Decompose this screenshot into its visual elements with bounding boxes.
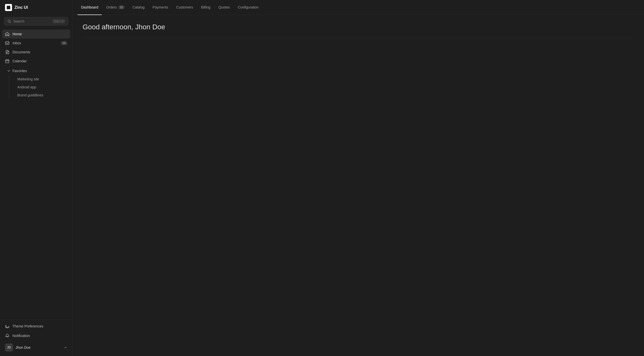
tab-orders[interactable]: Orders 32	[103, 0, 128, 15]
theme-preferences-label: Theme Preferences	[13, 324, 43, 328]
svg-rect-5	[6, 60, 9, 63]
favorite-item-marketing[interactable]: Marketing site	[14, 75, 68, 83]
svg-line-1	[10, 22, 11, 23]
page-content: Good afternoon, Jhon Doe	[73, 15, 644, 356]
favorites-items: Marketing site Android app Brand guiddli…	[9, 75, 68, 99]
user-name: Jhon Doe	[16, 345, 61, 349]
main-content: Dashboard Orders 32 Catalog Payments Cus…	[73, 0, 644, 356]
favorite-item-android[interactable]: Android app	[14, 83, 68, 91]
tab-payments[interactable]: Payments	[149, 0, 172, 15]
favorite-item-brand[interactable]: Brand guiddlines	[14, 91, 68, 99]
inbox-icon	[5, 41, 10, 45]
sidebar-item-documents[interactable]: Documents	[2, 48, 70, 57]
favorites-section: Favorites Marketing site Android app Bra…	[2, 66, 70, 100]
sidebar-bottom: Theme Preferences Notification JD Jhon D…	[0, 319, 72, 356]
tab-quotes[interactable]: Quotes	[215, 0, 233, 15]
chevron-up-icon	[64, 346, 67, 349]
moon-icon	[5, 324, 10, 328]
inbox-badge: 10	[61, 41, 67, 45]
sidebar-item-home-label: Home	[13, 32, 22, 36]
logo-icon	[5, 4, 12, 11]
divider	[83, 37, 634, 37]
search-bar[interactable]: Search Ctrl + K	[4, 17, 68, 26]
top-nav: Dashboard Orders 32 Catalog Payments Cus…	[73, 0, 644, 15]
avatar: JD	[5, 343, 13, 351]
sidebar-nav: Home Inbox 10 Docume	[0, 29, 72, 319]
theme-preferences-item[interactable]: Theme Preferences	[2, 321, 70, 331]
orders-badge: 32	[118, 5, 124, 9]
tab-dashboard[interactable]: Dashboard	[78, 0, 102, 15]
tab-billing[interactable]: Billing	[198, 0, 214, 15]
user-profile[interactable]: JD Jhon Doe	[2, 341, 70, 354]
search-icon	[7, 19, 11, 23]
documents-icon	[5, 50, 10, 54]
search-label: Search	[13, 19, 51, 23]
sidebar-item-inbox[interactable]: Inbox 10	[2, 39, 70, 48]
chevron-down-icon	[7, 69, 11, 73]
tab-catalog[interactable]: Catalog	[129, 0, 148, 15]
sidebar: Zinc UI Search Ctrl + K Home	[0, 0, 73, 356]
app-name: Zinc UI	[15, 5, 28, 10]
sidebar-item-calendar[interactable]: Calendar	[2, 57, 70, 66]
sidebar-item-inbox-label: Inbox	[13, 41, 21, 45]
sidebar-item-calendar-label: Calendar	[13, 59, 27, 63]
bell-icon	[5, 333, 10, 338]
page-greeting: Good afternoon, Jhon Doe	[83, 23, 634, 31]
tab-customers[interactable]: Customers	[173, 0, 197, 15]
calendar-icon	[5, 59, 10, 63]
sidebar-item-documents-label: Documents	[13, 50, 30, 54]
app-logo[interactable]: Zinc UI	[0, 0, 72, 15]
home-icon	[5, 32, 10, 36]
notification-item[interactable]: Notification	[2, 331, 70, 340]
favorites-header[interactable]: Favorites	[4, 67, 68, 75]
favorites-label: Favorites	[13, 69, 27, 73]
notification-label: Notification	[13, 334, 30, 338]
svg-rect-2	[6, 42, 9, 45]
sidebar-item-home[interactable]: Home	[2, 30, 70, 39]
search-shortcut: Ctrl + K	[53, 19, 65, 23]
tab-configuration[interactable]: Configuration	[234, 0, 262, 15]
